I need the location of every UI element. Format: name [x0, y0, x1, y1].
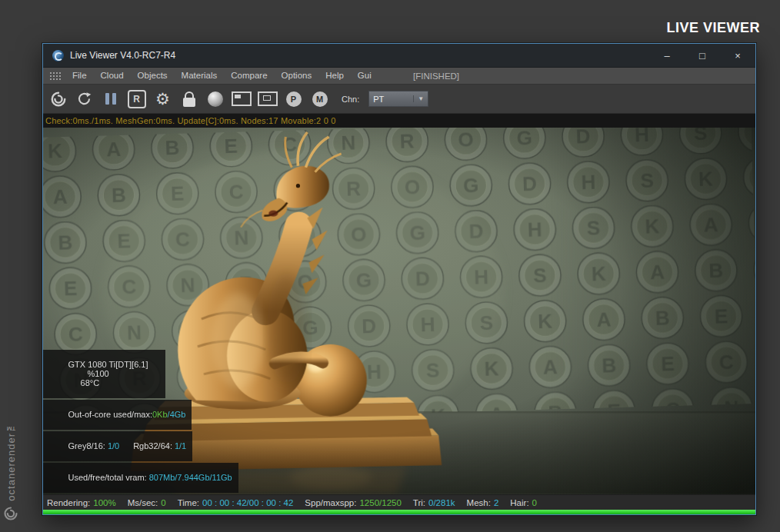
render-info-overlay: GTX 1080 Ti[DT][6.1] %100 68°C Out-of-co…	[43, 348, 238, 493]
maximize-button[interactable]: □	[685, 44, 720, 67]
octane-watermark: octanerender™	[3, 421, 18, 521]
status-hair: Hair:0	[510, 498, 537, 507]
pause-icon	[105, 93, 116, 105]
gpu-info-row: GTX 1080 Ti[DT][6.1] %100 68°C	[43, 350, 165, 398]
menu-gui[interactable]: Gui	[351, 68, 378, 84]
render-viewport[interactable]: KABECNROGDHSKABECNROGDHSKABECNROGDHSKABE…	[43, 128, 755, 494]
progress-fill	[43, 510, 755, 514]
grey-label: Grey8/16:	[68, 441, 105, 451]
menu-grip-icon[interactable]	[49, 71, 61, 80]
menu-objects[interactable]: Objects	[131, 68, 175, 84]
live-viewer-window: Live Viewer V4.0-RC7-R4 – □ × File Cloud…	[42, 43, 756, 515]
lock-icon	[183, 98, 195, 107]
chevron-down-icon: ▼	[413, 95, 424, 102]
menu-file[interactable]: File	[65, 68, 94, 84]
octane-logo-icon	[50, 91, 67, 108]
window-title: Live Viewer V4.0-RC7-R4	[70, 50, 175, 61]
desktop-background: LIVE VIEWER octanerender™ Live Viewer V4…	[0, 0, 780, 532]
region-icon	[232, 91, 252, 106]
watermark-text: octanerender™	[5, 421, 17, 501]
reset-r-icon: R	[128, 90, 146, 108]
toolbar: R ⚙ P M Chn: P	[43, 85, 755, 114]
pause-button[interactable]	[100, 88, 121, 109]
rgb-label: Rgb32/64:	[133, 441, 172, 451]
octane-logo-button[interactable]	[48, 88, 68, 109]
restart-render-button[interactable]	[74, 88, 95, 109]
pick-focus-button[interactable]: M	[309, 88, 330, 109]
out-of-core-row: Out-of-core used/max:0Kb/4Gb	[43, 400, 192, 430]
status-mesh: Mesh:2	[467, 498, 499, 507]
circle-p-icon: P	[286, 91, 302, 107]
menu-bar: File Cloud Objects Materials Compare Opt…	[43, 68, 755, 85]
render-progress-bar	[43, 510, 755, 514]
refresh-icon	[76, 91, 92, 107]
status-bar: Rendering:100% Ms/sec:0 Time:00 : 00 : 4…	[43, 494, 755, 510]
vram-label: Used/free/total vram:	[68, 473, 147, 482]
title-bar[interactable]: Live Viewer V4.0-RC7-R4 – □ ×	[43, 44, 755, 68]
mesh-stats-line: Check:0ms./1ms. MeshGen:0ms. Update[C]:0…	[43, 114, 755, 128]
octane-logo-icon	[3, 506, 18, 521]
vram-value: 807Mb/7.944Gb/11Gb	[149, 473, 232, 482]
render-ball-icon	[208, 91, 223, 107]
menu-options[interactable]: Options	[275, 68, 319, 84]
close-button[interactable]: ×	[720, 44, 755, 67]
gear-icon: ⚙	[155, 91, 170, 107]
brand-title: LIVE VIEWER	[666, 20, 760, 36]
rgb-value: 1/1	[175, 441, 186, 451]
film-region-icon	[258, 91, 278, 106]
channel-label: Chn:	[342, 95, 359, 104]
vram-row: Used/free/total vram:807Mb/7.944Gb/11Gb	[43, 463, 238, 493]
grey-value: 1/0	[108, 441, 119, 451]
menu-cloud[interactable]: Cloud	[94, 68, 131, 84]
app-icon	[52, 50, 64, 62]
channel-dropdown[interactable]: PT ▼	[368, 91, 428, 107]
menu-help[interactable]: Help	[318, 68, 351, 84]
gpu-temperature: 68°C	[81, 378, 108, 387]
render-finished-status: [FINISHED]	[413, 71, 459, 81]
film-region-button[interactable]	[257, 88, 278, 109]
gpu-name: GTX 1080 Ti[DT][6.1]	[68, 360, 159, 369]
out-of-core-label: Out-of-core used/max:	[68, 410, 152, 419]
minimize-button[interactable]: –	[649, 44, 685, 67]
channel-value: PT	[373, 95, 384, 104]
gpu-load: %100	[79, 369, 118, 378]
status-mssec: Ms/sec:0	[128, 498, 166, 507]
pick-material-button[interactable]: P	[283, 88, 304, 109]
reset-button[interactable]: R	[126, 88, 147, 109]
material-ball-button[interactable]	[205, 88, 225, 109]
menu-materials[interactable]: Materials	[175, 68, 225, 84]
out-of-core-max: /4Gb	[168, 410, 186, 419]
status-rendering: Rendering:100%	[47, 498, 116, 507]
out-of-core-used: 0Kb	[152, 410, 168, 419]
kernel-settings-button[interactable]: ⚙	[152, 88, 173, 109]
circle-m-icon: M	[312, 91, 328, 107]
status-spp: Spp/maxspp:1250/1250	[305, 498, 402, 507]
status-time: Time:00 : 00 : 42/00 : 00 : 42	[178, 498, 294, 507]
buffer-row: Grey8/16:1/0Rgb32/64:1/1	[43, 431, 192, 461]
render-region-button[interactable]	[231, 88, 252, 109]
menu-compare[interactable]: Compare	[224, 68, 274, 84]
status-tri: Tri:0/281k	[413, 498, 455, 507]
lock-resolution-button[interactable]	[178, 88, 199, 109]
